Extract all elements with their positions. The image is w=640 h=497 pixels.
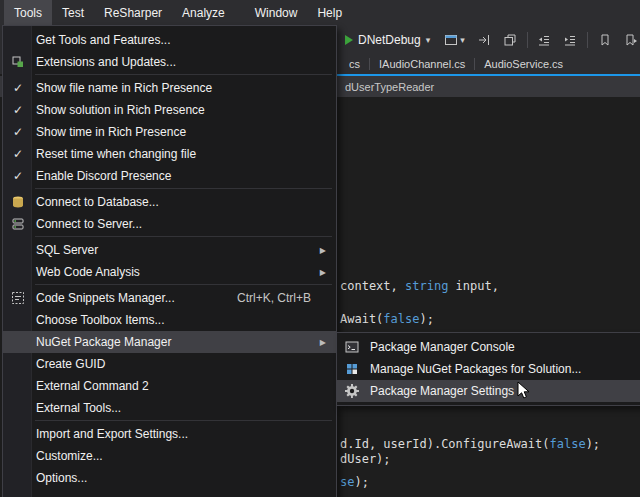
menu-item-label: Package Manager Console — [367, 340, 515, 354]
code-text: d.Id, userId).ConfigureAwait( — [340, 437, 550, 451]
indent-button[interactable] — [561, 31, 579, 49]
tools-menu: Get Tools and Features... Extensions and… — [2, 25, 337, 497]
type-name-dropdown[interactable]: dUserTypeReader — [345, 81, 434, 93]
code-text: ); — [586, 437, 600, 451]
menu-item-label: Get Tools and Features... — [33, 33, 171, 47]
debug-target-label: DNetDebug — [358, 33, 421, 47]
menu-item-label: Import and Export Settings... — [33, 427, 188, 441]
code-text: input, — [448, 279, 499, 293]
bookmark-icon — [598, 33, 612, 47]
menu-item-label: External Tools... — [33, 401, 121, 415]
menu-item-label: Code Snippets Manager... — [33, 291, 175, 305]
menu-item-label: Web Code Analysis — [33, 265, 140, 279]
gear-icon — [337, 384, 367, 398]
server-icon — [3, 217, 33, 231]
code-keyword: string — [405, 279, 448, 293]
console-icon — [337, 340, 367, 354]
code-keyword: se — [340, 475, 354, 489]
menu-item-shortcut: Ctrl+K, Ctrl+B — [237, 291, 329, 305]
menu-item-label: Connect to Server... — [33, 217, 142, 231]
menubar: Tools Test ReSharper Analyze Window Help — [0, 0, 640, 26]
outdent-button[interactable] — [535, 31, 553, 49]
menu-item-connect-to-database[interactable]: Connect to Database... — [3, 191, 336, 213]
menu-item-external-command-2[interactable]: External Command 2 — [3, 375, 336, 397]
overlapping-windows-icon — [503, 33, 517, 47]
menu-item-code-snippets-manager[interactable]: Code Snippets Manager... Ctrl+K, Ctrl+B — [3, 287, 336, 309]
menu-item-show-solution[interactable]: Show solution in Rich Presence — [3, 99, 336, 121]
menu-item-reset-time[interactable]: Reset time when changing file — [3, 143, 336, 165]
next-bookmark-button[interactable] — [622, 31, 640, 49]
indent-icon — [563, 33, 577, 47]
code-text: ); — [419, 312, 433, 326]
menu-separator — [35, 284, 332, 285]
start-debug-button[interactable]: DNetDebug ▾ — [341, 31, 434, 49]
window-layout-button[interactable] — [501, 31, 519, 49]
vs-window: context, string input, Await(false); d.I… — [0, 0, 640, 497]
find-in-files-button[interactable]: ▾ — [442, 31, 467, 49]
submenu-item-package-manager-settings[interactable]: Package Manager Settings — [337, 380, 640, 402]
chevron-down-icon: ▾ — [460, 35, 465, 45]
toolbar-separator — [527, 32, 528, 48]
menu-item-show-file-name[interactable]: Show file name in Rich Presence — [3, 77, 336, 99]
menubar-item-tools[interactable]: Tools — [4, 0, 52, 26]
menu-item-nuget-package-manager[interactable]: NuGet Package Manager — [3, 331, 336, 353]
play-icon — [345, 35, 353, 45]
menu-item-connect-to-server[interactable]: Connect to Server... — [3, 213, 336, 235]
menu-item-label: SQL Server — [33, 243, 98, 257]
code-text: ); — [354, 475, 368, 489]
toggle-bookmark-button[interactable] — [596, 31, 614, 49]
menu-item-import-and-export-settings[interactable]: Import and Export Settings... — [3, 423, 336, 445]
nuget-packages-icon — [337, 362, 367, 376]
menu-item-label: Options... — [33, 471, 87, 485]
menu-item-label: Manage NuGet Packages for Solution... — [367, 362, 581, 376]
code-text: context, — [340, 279, 405, 293]
menu-item-customize[interactable]: Customize... — [3, 445, 336, 467]
menu-separator — [35, 188, 332, 189]
code-line: dUser); — [340, 452, 391, 466]
menu-item-options[interactable]: Options... — [3, 467, 336, 489]
menu-separator — [35, 236, 332, 237]
menu-item-extensions-and-updates[interactable]: Extensions and Updates... — [3, 51, 336, 73]
checkmark-icon — [3, 147, 33, 161]
menu-item-label: Reset time when changing file — [33, 147, 196, 161]
code-line: se); — [340, 475, 369, 489]
nuget-submenu: Package Manager Console Manage NuGet Pac… — [336, 332, 640, 406]
navigate-to-button[interactable] — [475, 31, 493, 49]
menubar-item-test[interactable]: Test — [52, 0, 94, 26]
menubar-item-resharper[interactable]: ReSharper — [94, 0, 172, 26]
bookmark-next-icon — [624, 33, 638, 47]
menu-item-label: External Command 2 — [33, 379, 149, 393]
menu-item-label: Choose Toolbox Items... — [33, 313, 165, 327]
submenu-arrow-icon — [320, 268, 326, 277]
submenu-item-manage-nuget-packages[interactable]: Manage NuGet Packages for Solution... — [337, 358, 640, 380]
menu-item-label: Extensions and Updates... — [33, 55, 176, 69]
menubar-item-help[interactable]: Help — [307, 0, 352, 26]
menu-item-get-tools-and-features[interactable]: Get Tools and Features... — [3, 29, 336, 51]
checkmark-icon — [3, 125, 33, 139]
submenu-item-package-manager-console[interactable]: Package Manager Console — [337, 336, 640, 358]
menu-item-label: Customize... — [33, 449, 103, 463]
code-snippets-icon — [3, 291, 33, 305]
extensions-icon — [3, 55, 33, 69]
code-line: d.Id, userId).ConfigureAwait(false); — [340, 437, 600, 451]
tab-partial[interactable]: cs — [340, 56, 369, 72]
menu-item-choose-toolbox-items[interactable]: Choose Toolbox Items... — [3, 309, 336, 331]
menubar-item-window[interactable]: Window — [245, 0, 308, 26]
menu-item-sql-server[interactable]: SQL Server — [3, 239, 336, 261]
mouse-cursor — [517, 381, 530, 403]
menu-item-external-tools[interactable]: External Tools... — [3, 397, 336, 419]
menu-item-label: Show file name in Rich Presence — [33, 81, 212, 95]
menu-item-label: NuGet Package Manager — [33, 335, 171, 349]
tab-audioservice[interactable]: AudioService.cs — [475, 56, 572, 72]
tab-iaudiochannel[interactable]: IAudioChannel.cs — [370, 56, 474, 72]
window-search-icon — [444, 33, 458, 47]
code-line: Await(false); — [340, 312, 434, 326]
menu-item-web-code-analysis[interactable]: Web Code Analysis — [3, 261, 336, 283]
menu-separator — [35, 420, 332, 421]
menu-item-show-time[interactable]: Show time in Rich Presence — [3, 121, 336, 143]
menu-item-label: Show time in Rich Presence — [33, 125, 186, 139]
menu-item-create-guid[interactable]: Create GUID — [3, 353, 336, 375]
menubar-item-analyze[interactable]: Analyze — [172, 0, 235, 26]
code-line: context, string input, — [340, 279, 499, 293]
menu-item-enable-discord-presence[interactable]: Enable Discord Presence — [3, 165, 336, 187]
